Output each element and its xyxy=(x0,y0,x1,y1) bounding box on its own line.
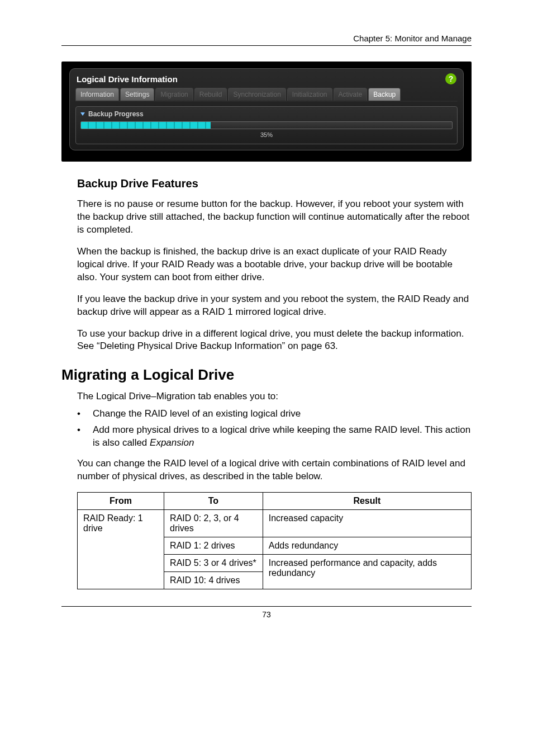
cell-to: RAID 10: 4 drives xyxy=(164,572,263,589)
tab-migration: Migration xyxy=(155,88,193,101)
tab-bar: Information Settings Migration Rebuild S… xyxy=(70,88,463,101)
page-number: 73 xyxy=(61,610,472,619)
col-result: Result xyxy=(263,493,471,510)
paragraph: When the backup is finished, the backup … xyxy=(77,245,472,284)
cell-to: RAID 5: 3 or 4 drives* xyxy=(164,555,263,572)
tab-initialization: Initialization xyxy=(287,88,332,101)
heading-backup-drive-features: Backup Drive Features xyxy=(77,177,472,190)
backup-progress-label: Backup Progress xyxy=(80,110,453,118)
cell-to: RAID 0: 2, 3, or 4 drives xyxy=(164,510,263,537)
table-row: RAID Ready: 1 drive RAID 0: 2, 3, or 4 d… xyxy=(78,510,472,537)
paragraph: If you leave the backup drive in your sy… xyxy=(77,293,472,319)
cell-from: RAID Ready: 1 drive xyxy=(78,510,164,589)
table-header-row: From To Result xyxy=(78,493,472,510)
tab-settings[interactable]: Settings xyxy=(120,88,154,101)
col-from: From xyxy=(78,493,164,510)
progress-percent: 35% xyxy=(80,131,453,138)
heading-migrating-logical-drive: Migrating a Logical Drive xyxy=(61,366,472,384)
tab-rebuild: Rebuild xyxy=(194,88,227,101)
migration-table: From To Result RAID Ready: 1 drive RAID … xyxy=(77,492,472,589)
cell-result: Adds redundancy xyxy=(263,537,471,555)
tab-information[interactable]: Information xyxy=(75,88,119,101)
chevron-down-icon xyxy=(80,112,85,116)
cell-to: RAID 1: 2 drives xyxy=(164,537,263,555)
tab-synchronization: Synchronization xyxy=(228,88,285,101)
cell-result: Increased performance and capacity, adds… xyxy=(263,555,471,589)
footer-rule xyxy=(61,606,472,607)
panel-title: Logical Drive Information xyxy=(77,74,178,84)
tab-backup[interactable]: Backup xyxy=(368,88,401,101)
cell-result: Increased capacity xyxy=(263,510,471,537)
expansion-term: Expansion xyxy=(150,437,194,448)
paragraph: There is no pause or resume button for t… xyxy=(77,198,472,237)
paragraph: To use your backup drive in a different … xyxy=(77,328,472,353)
chapter-header: Chapter 5: Monitor and Manage xyxy=(61,34,472,43)
list-item: Add more physical drives to a logical dr… xyxy=(77,424,472,450)
paragraph: The Logical Drive–Migration tab enables … xyxy=(77,390,472,403)
paragraph: You can change the RAID level of a logic… xyxy=(77,457,472,483)
list-item: Change the RAID level of an existing log… xyxy=(77,408,472,420)
screenshot-frame: Logical Drive Information ? Information … xyxy=(61,62,472,162)
col-to: To xyxy=(164,493,263,510)
progress-bar xyxy=(80,121,453,129)
logical-drive-panel: Logical Drive Information ? Information … xyxy=(69,68,464,150)
progress-bar-fill xyxy=(81,122,211,129)
backup-progress-text: Backup Progress xyxy=(88,110,144,118)
help-icon[interactable]: ? xyxy=(445,73,456,84)
backup-progress-area: Backup Progress 35% xyxy=(75,106,458,144)
tab-activate: Activate xyxy=(334,88,368,101)
header-rule xyxy=(61,45,472,46)
